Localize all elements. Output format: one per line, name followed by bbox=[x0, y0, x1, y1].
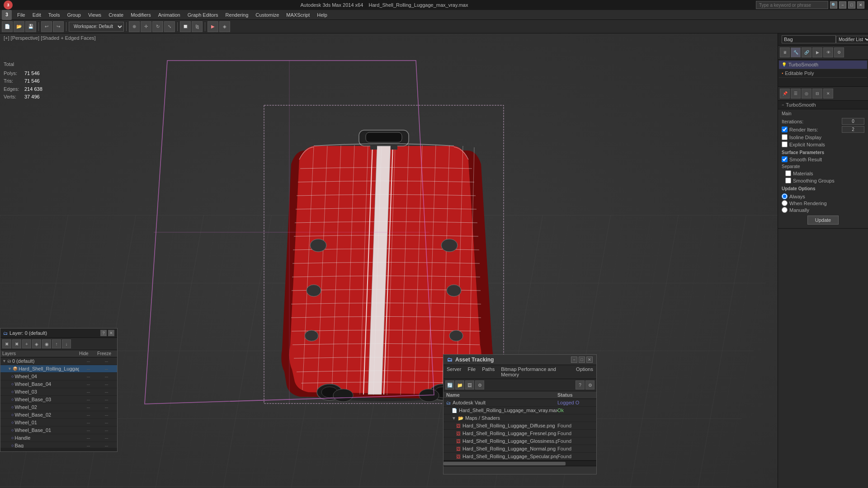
turbosmooth-header[interactable]: − TurboSmooth bbox=[778, 101, 868, 109]
redo-button[interactable]: ↪ bbox=[53, 21, 64, 32]
render-button[interactable]: ▶ bbox=[208, 21, 218, 32]
modifier-editable-poly[interactable]: ▪ Editable Poly bbox=[779, 69, 867, 78]
search-input[interactable] bbox=[756, 1, 828, 9]
update-button[interactable]: Update bbox=[807, 216, 839, 225]
layer-delete-button[interactable]: ✖ bbox=[12, 339, 21, 348]
open-button[interactable]: 📂 bbox=[14, 21, 24, 32]
layer-item[interactable]: ○ Wheel_Base_04 --- --- bbox=[0, 380, 117, 388]
prop-icon-stack[interactable]: ☰ bbox=[791, 89, 801, 99]
menu-edit[interactable]: Edit bbox=[29, 11, 45, 19]
asset-item[interactable]: 🗂 Autodesk Vault Logged O bbox=[443, 399, 596, 407]
smoothing-checkbox[interactable] bbox=[785, 178, 791, 183]
prop-icon-show-result[interactable]: ◎ bbox=[802, 89, 811, 99]
prop-icon-display2[interactable]: 👁 bbox=[823, 47, 833, 57]
manually-radio[interactable] bbox=[782, 207, 788, 213]
asset-close-button[interactable]: ✕ bbox=[586, 357, 593, 363]
layer-move-button[interactable]: ↑ bbox=[52, 339, 61, 348]
asset-item[interactable]: 📄 Hard_Shell_Rolling_Luggage_max_vray.ma… bbox=[443, 407, 596, 414]
menu-graph-editors[interactable]: Graph Editors bbox=[184, 11, 222, 19]
rotate-button[interactable]: ↻ bbox=[152, 21, 163, 32]
asset-bitmap-button[interactable]: 🖼 bbox=[465, 380, 474, 389]
minimize-button[interactable]: − bbox=[839, 1, 846, 9]
asset-help-button[interactable]: ? bbox=[576, 380, 585, 389]
prop-icon-modify[interactable]: 🔧 bbox=[791, 47, 801, 57]
asset-scrollbar-h[interactable] bbox=[443, 460, 596, 466]
layer-item[interactable]: ○ Handle --- --- bbox=[0, 434, 117, 442]
prop-icon-display[interactable]: 🖥 bbox=[780, 47, 790, 57]
asset-paths-button[interactable]: 📁 bbox=[455, 380, 464, 389]
layer-item[interactable]: ○ Bag --- --- bbox=[0, 442, 117, 448]
asset-menu-file[interactable]: File bbox=[466, 366, 477, 378]
asset-minimize-button[interactable]: − bbox=[571, 357, 577, 363]
material-editor-button[interactable]: ◈ bbox=[219, 21, 230, 32]
object-name-input[interactable] bbox=[782, 35, 836, 43]
layer-panel-close[interactable]: ✕ bbox=[108, 330, 114, 336]
asset-item[interactable]: 🖼 Hard_Shell_Rolling_Luggage_Diffuse.png… bbox=[443, 422, 596, 430]
isoline-checkbox[interactable] bbox=[782, 134, 788, 140]
menu-file[interactable]: File bbox=[14, 11, 29, 19]
layer-new-button[interactable]: ✖ bbox=[2, 339, 11, 348]
asset-menu-paths[interactable]: Paths bbox=[481, 366, 496, 378]
asset-menu-server[interactable]: Server bbox=[445, 366, 462, 378]
asset-item[interactable]: 🖼 Hard_Shell_Rolling_Luggage_Fresnel.png… bbox=[443, 430, 596, 437]
layer-item[interactable]: ○ Wheel_03 --- --- bbox=[0, 388, 117, 396]
iterations-input[interactable] bbox=[842, 118, 864, 125]
menu-rendering[interactable]: Rendering bbox=[222, 11, 252, 19]
materials-checkbox[interactable] bbox=[785, 170, 791, 176]
prop-icon-hierarchy[interactable]: 🔗 bbox=[802, 47, 811, 57]
save-button[interactable]: 💾 bbox=[25, 21, 36, 32]
asset-item[interactable]: ▼ 📂 Maps / Shaders bbox=[443, 414, 596, 422]
asset-item[interactable]: 🖼 Hard_Shell_Rolling_Luggage_Normal.png … bbox=[443, 445, 596, 453]
scale-button[interactable]: ⤡ bbox=[164, 21, 175, 32]
workspace-dropdown[interactable]: Workspace: Default bbox=[69, 22, 124, 32]
layer-item[interactable]: ▼ 📦 Hard_Shell_Rolling_Luggage --- --- bbox=[0, 365, 117, 373]
layer-item[interactable]: ▼ 🗂 0 (default) --- --- bbox=[0, 357, 117, 365]
always-option[interactable]: Always bbox=[782, 193, 864, 199]
asset-item[interactable]: 🖼 Hard_Shell_Rolling_Luggage_Glossiness.… bbox=[443, 437, 596, 445]
asset-options-button[interactable]: ⚙ bbox=[475, 380, 484, 389]
mirror-button[interactable]: ⧎ bbox=[192, 21, 203, 32]
menu-tools[interactable]: Tools bbox=[45, 11, 64, 19]
manually-option[interactable]: Manually bbox=[782, 207, 864, 213]
layer-item[interactable]: ○ Wheel_02 --- --- bbox=[0, 404, 117, 411]
smooth-result-checkbox[interactable] bbox=[782, 156, 788, 162]
select-button[interactable]: ⊕ bbox=[129, 21, 140, 32]
menu-help[interactable]: Help bbox=[313, 11, 331, 19]
prop-icon-pin[interactable]: 📌 bbox=[780, 89, 790, 99]
prop-icon-collapse[interactable]: ⊟ bbox=[812, 89, 822, 99]
layer-item[interactable]: ○ Wheel_01 --- --- bbox=[0, 419, 117, 427]
prop-icon-utility[interactable]: ⚙ bbox=[834, 47, 844, 57]
layer-down-button[interactable]: ↓ bbox=[62, 339, 71, 348]
layer-scrollbar[interactable] bbox=[0, 448, 117, 451]
undo-button[interactable]: ↩ bbox=[41, 21, 52, 32]
modifier-turbosmooth[interactable]: 💡 TurboSmooth bbox=[779, 61, 867, 69]
when-rendering-option[interactable]: When Rendering bbox=[782, 200, 864, 206]
layer-panel-help[interactable]: ? bbox=[100, 330, 107, 336]
always-radio[interactable] bbox=[782, 193, 788, 199]
close-button[interactable]: ✕ bbox=[857, 1, 864, 9]
layer-select-button[interactable]: ◈ bbox=[32, 339, 41, 348]
layer-item[interactable]: ○ Wheel_Base_03 --- --- bbox=[0, 396, 117, 404]
layer-highlight-button[interactable]: ◉ bbox=[42, 339, 51, 348]
menu-customize[interactable]: Customize bbox=[252, 11, 283, 19]
menu-group[interactable]: Group bbox=[63, 11, 85, 19]
layer-add-button[interactable]: + bbox=[22, 339, 31, 348]
prop-icon-motion[interactable]: ▶ bbox=[812, 47, 822, 57]
asset-menu-options[interactable]: Options bbox=[575, 366, 594, 378]
viewport-area[interactable]: [+] [Perspective] [Shaded + Edged Faces]… bbox=[0, 33, 778, 488]
modifier-list-select[interactable]: Modifier List bbox=[836, 36, 868, 43]
maximize-button[interactable]: □ bbox=[848, 1, 855, 9]
app-logo-menu[interactable]: 3 bbox=[2, 10, 12, 20]
menu-views[interactable]: Views bbox=[85, 11, 105, 19]
asset-menu-bitmap[interactable]: Bitmap Performance and Memory bbox=[500, 366, 571, 378]
asset-item[interactable]: 🖼 Hard_Shell_Rolling_Luggage_Specular.pn… bbox=[443, 453, 596, 460]
when-rendering-radio[interactable] bbox=[782, 200, 788, 206]
render-iters-input[interactable] bbox=[842, 126, 864, 133]
render-iters-checkbox[interactable] bbox=[782, 127, 788, 132]
menu-create[interactable]: Create bbox=[105, 11, 127, 19]
layer-item[interactable]: ○ Wheel_Base_01 --- --- bbox=[0, 427, 117, 434]
prop-icon-delete-mod[interactable]: ✕ bbox=[823, 89, 833, 99]
asset-scrollbar-thumb[interactable] bbox=[443, 462, 566, 465]
new-button[interactable]: 📄 bbox=[2, 21, 13, 32]
asset-settings-button[interactable]: ⚙ bbox=[585, 380, 594, 389]
